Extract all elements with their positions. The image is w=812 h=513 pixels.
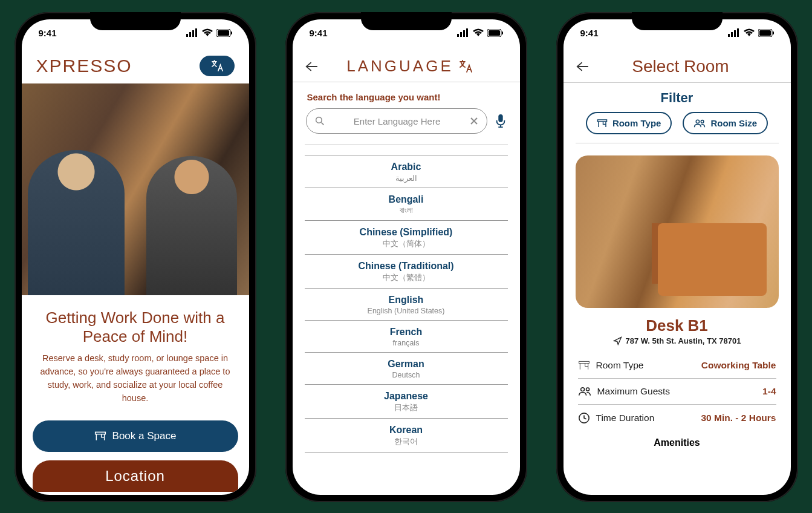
chip-label: Room Size: [710, 118, 757, 128]
svg-rect-6: [231, 31, 232, 34]
svg-point-25: [697, 120, 700, 123]
search-label: Search the language you want!: [293, 82, 520, 108]
language-item[interactable]: Bengaliবাংলা: [305, 188, 508, 221]
svg-rect-23: [773, 31, 774, 34]
language-item[interactable]: Chinese (Traditional)中文（繁體）: [305, 255, 508, 289]
svg-rect-24: [597, 120, 606, 122]
search-input[interactable]: [331, 116, 464, 126]
spec-value: 30 Min. - 2 Hours: [701, 413, 776, 423]
filter-label: Filter: [564, 83, 791, 112]
language-item[interactable]: Chinese (Simplified)中文（简体）: [305, 221, 508, 255]
status-icons: [186, 27, 232, 39]
wifi-icon: [201, 27, 213, 39]
book-space-button[interactable]: Book a Space: [33, 420, 238, 452]
tagline-text: Getting Work Done with a Peace of Mind!: [22, 295, 249, 352]
status-time: 9:41: [310, 28, 328, 38]
svg-rect-20: [737, 28, 739, 37]
svg-rect-13: [489, 30, 500, 36]
room-address: 787 W. 5th St. Austin, TX 78701: [564, 336, 791, 353]
notch: [632, 12, 723, 30]
translate-icon: [458, 60, 473, 73]
phone-frame-home: 9:41 XPRESSO: [15, 12, 256, 502]
svg-rect-5: [218, 30, 229, 36]
svg-rect-11: [466, 28, 468, 37]
location-label: Location: [105, 468, 165, 485]
language-header: LANGUAGE: [293, 46, 520, 82]
amenities-header: Amenities: [564, 431, 791, 448]
svg-rect-10: [463, 30, 465, 37]
language-item[interactable]: Arabicالعربية: [305, 155, 508, 188]
signal-icon: [186, 27, 198, 39]
search-icon: [315, 116, 325, 126]
svg-point-28: [580, 388, 584, 391]
clear-icon[interactable]: [470, 117, 478, 125]
spec-label-text: Room Type: [596, 360, 644, 371]
hero-image: [22, 83, 249, 295]
svg-rect-2: [192, 30, 194, 37]
svg-rect-14: [502, 31, 503, 34]
svg-rect-1: [189, 32, 191, 37]
subtext: Reserve a desk, study room, or lounge sp…: [22, 352, 249, 416]
desk-icon: [94, 431, 106, 442]
filter-room-size[interactable]: Room Size: [683, 112, 768, 134]
language-item[interactable]: EnglishEnglish (United States): [305, 289, 508, 321]
brand-logo: XPRESSO: [36, 56, 132, 76]
spec-time-duration: Time Duration 30 Min. - 2 Hours: [578, 405, 776, 431]
status-time: 9:41: [580, 28, 599, 38]
language-content: LANGUAGE Search the language you want!: [293, 46, 520, 495]
spec-label-text: Maximum Guests: [597, 386, 671, 397]
svg-rect-8: [457, 34, 459, 37]
language-button[interactable]: [200, 56, 235, 76]
status-icons: [457, 27, 503, 39]
phone-frame-select-room: 9:41 Select Room Filter Room Type: [556, 12, 798, 502]
svg-rect-7: [95, 433, 105, 434]
address-text: 787 W. 5th St. Austin, TX 78701: [626, 336, 741, 345]
status-icons: [728, 27, 774, 39]
room-image: [576, 155, 779, 308]
page-title: LANGUAGE: [312, 57, 508, 76]
signal-icon: [457, 27, 469, 39]
language-item[interactable]: GermanDeutsch: [305, 353, 508, 385]
location-header[interactable]: Location: [33, 460, 238, 492]
language-item[interactable]: Japanese日本語: [305, 385, 508, 419]
svg-rect-27: [579, 361, 589, 363]
battery-icon: [487, 29, 503, 37]
search-row: [293, 108, 520, 139]
wifi-icon: [743, 27, 755, 39]
signal-icon: [728, 27, 740, 39]
search-box[interactable]: [306, 108, 487, 134]
svg-rect-19: [734, 30, 736, 37]
svg-rect-17: [728, 34, 730, 37]
book-space-label: Book a Space: [112, 430, 177, 442]
spec-label-text: Time Duration: [596, 413, 655, 423]
filter-chips: Room Type Room Size: [576, 112, 779, 143]
people-icon: [578, 386, 591, 397]
svg-rect-16: [498, 114, 502, 122]
room-specs: Room Type Coworking Table Maximum Guests…: [564, 353, 791, 431]
svg-rect-18: [731, 32, 733, 37]
spec-value: 1-4: [762, 386, 776, 397]
svg-rect-3: [195, 28, 197, 37]
language-title-text: LANGUAGE: [346, 57, 453, 76]
svg-rect-9: [460, 32, 462, 37]
screen-select-room: 9:41 Select Room Filter Room Type: [564, 19, 791, 495]
room-name: Desk B1: [564, 308, 791, 336]
people-icon: [693, 119, 706, 128]
svg-point-15: [316, 117, 322, 123]
home-content: XPRESSO Getting Work Done with a Peace o…: [22, 46, 249, 495]
language-item[interactable]: Frenchfrançais: [305, 321, 508, 353]
language-item[interactable]: Korean한국어: [305, 419, 508, 453]
svg-rect-22: [759, 30, 771, 36]
spec-room-type: Room Type Coworking Table: [578, 353, 776, 379]
select-room-content: Select Room Filter Room Type Room Size D…: [564, 46, 791, 495]
notch: [90, 12, 181, 30]
clock-icon: [578, 412, 590, 424]
status-time: 9:41: [39, 28, 57, 38]
filter-room-type[interactable]: Room Type: [586, 112, 672, 134]
mic-button[interactable]: [495, 114, 507, 128]
svg-point-26: [701, 120, 704, 123]
page-title: Select Room: [583, 57, 779, 76]
select-room-header: Select Room: [564, 46, 791, 83]
desk-icon: [597, 119, 608, 128]
notch: [361, 12, 452, 30]
